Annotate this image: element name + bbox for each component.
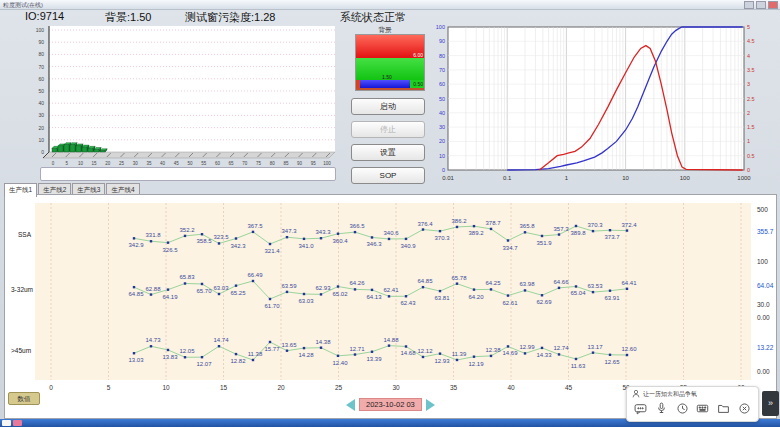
svg-text:65.78: 65.78 [451,275,467,281]
svg-text:35: 35 [146,161,152,166]
svg-text:334.7: 334.7 [502,245,518,251]
gauge-mark-low: 0.50 [413,81,423,87]
keyboard-icon[interactable] [696,402,709,415]
svg-text:60: 60 [439,81,445,87]
svg-text:60: 60 [38,76,44,82]
svg-text:95: 95 [311,161,317,166]
svg-text:40: 40 [160,161,166,166]
svg-text:357.3: 357.3 [553,226,569,232]
svg-text:14.88: 14.88 [383,337,399,343]
date-navigator: 2023-10-02 03 [346,398,435,411]
svg-text:15.77: 15.77 [264,346,280,352]
svg-text:2.5: 2.5 [747,96,755,102]
svg-text:370.3: 370.3 [587,222,603,228]
svg-text:340.9: 340.9 [400,243,416,249]
svg-text:2: 2 [747,110,750,116]
svg-text:12.82: 12.82 [230,358,246,364]
io-value: IO:9714 [25,10,64,22]
svg-text:14.28: 14.28 [298,352,314,358]
maximize-button[interactable] [756,1,766,9]
svg-text:12.71: 12.71 [349,346,365,352]
svg-text:25: 25 [119,161,125,166]
svg-text:5: 5 [107,384,111,391]
svg-text:45: 45 [565,384,573,391]
svg-text:62.69: 62.69 [536,299,552,305]
histogram-status-bar [40,167,336,181]
control-button-3[interactable]: 设置 [351,144,425,161]
date-display[interactable]: 2023-10-02 03 [359,398,422,411]
previous-date-button[interactable] [346,399,355,411]
svg-text:64.66: 64.66 [553,279,569,285]
svg-text:14.73: 14.73 [145,337,161,343]
tab-production-line-1[interactable]: 生产线1 [4,183,37,197]
svg-text:13.17: 13.17 [587,344,603,350]
gauge-green-zone: 1.50 [356,58,424,80]
svg-text:1.5: 1.5 [747,124,755,130]
svg-text:10: 10 [162,384,170,391]
svg-text:367.5: 367.5 [247,223,263,229]
svg-text:12.65: 12.65 [604,359,620,365]
taskbar-item[interactable] [13,420,22,426]
svg-text:340.6: 340.6 [383,230,399,236]
minimize-button[interactable] [744,1,754,9]
svg-text:326.5: 326.5 [162,247,178,253]
svg-text:11.63: 11.63 [571,363,586,369]
svg-text:50: 50 [439,96,445,102]
svg-text:64.20: 64.20 [468,294,484,300]
svg-text:63.81: 63.81 [434,295,450,301]
svg-text:100: 100 [36,27,45,33]
svg-text:10: 10 [78,161,84,166]
svg-text:3-32um: 3-32um [11,286,33,293]
svg-text:70: 70 [242,161,248,166]
svg-text:13.83: 13.83 [162,354,178,360]
clock-icon[interactable] [676,402,689,415]
chat-icon[interactable] [634,402,647,415]
close-button[interactable] [768,1,778,9]
control-button-1[interactable]: 启动 [351,98,425,115]
taskbar-item[interactable] [2,420,11,426]
expand-button[interactable]: » [762,391,779,416]
system-status: 系统状态正常 [340,10,406,25]
svg-text:12.40: 12.40 [332,360,348,366]
svg-text:373.7: 373.7 [604,234,620,240]
close-icon[interactable] [738,402,751,415]
svg-text:10: 10 [622,175,629,181]
svg-text:65.83: 65.83 [179,274,195,280]
svg-text:342.3: 342.3 [230,243,246,249]
svg-text:12.99: 12.99 [519,344,535,350]
svg-text:321.4: 321.4 [264,248,280,254]
svg-text:63.53: 63.53 [587,283,603,289]
svg-text:331.8: 331.8 [145,232,161,238]
svg-text:63.59: 63.59 [281,283,297,289]
svg-text:100: 100 [323,161,331,166]
svg-text:80: 80 [270,161,276,166]
value-mode-button[interactable]: 数值 [8,392,40,405]
svg-text:0.1: 0.1 [503,175,512,181]
svg-text:90: 90 [38,39,44,45]
svg-text:64.41: 64.41 [621,280,637,286]
svg-text:342.9: 342.9 [128,242,144,248]
svg-text:13.65: 13.65 [281,342,297,348]
microphone-icon[interactable] [655,402,668,415]
svg-text:62.93: 62.93 [315,285,331,291]
svg-text:14.74: 14.74 [213,337,229,343]
control-button-4[interactable]: SOP [351,167,425,184]
svg-text:12.38: 12.38 [485,347,501,353]
gauge-blue-row: 0.50 [356,80,424,88]
svg-text:365.8: 365.8 [519,223,535,229]
ime-suggestion[interactable]: 让一历知去和品争氧 [643,390,697,399]
next-date-button[interactable] [426,399,435,411]
svg-text:389.2: 389.2 [468,230,484,236]
svg-text:40: 40 [507,384,515,391]
svg-text:63.03: 63.03 [213,285,229,291]
svg-text:30.0: 30.0 [757,301,770,308]
svg-text:>45um: >45um [11,347,31,354]
svg-text:25: 25 [335,384,343,391]
svg-text:90: 90 [297,161,303,166]
svg-text:0.00: 0.00 [757,368,770,375]
gauge-red-zone: 6.00 [356,35,424,58]
svg-text:66.49: 66.49 [247,272,263,278]
folder-icon[interactable] [717,402,730,415]
svg-text:0.00: 0.00 [757,314,770,321]
svg-text:0: 0 [52,161,55,166]
